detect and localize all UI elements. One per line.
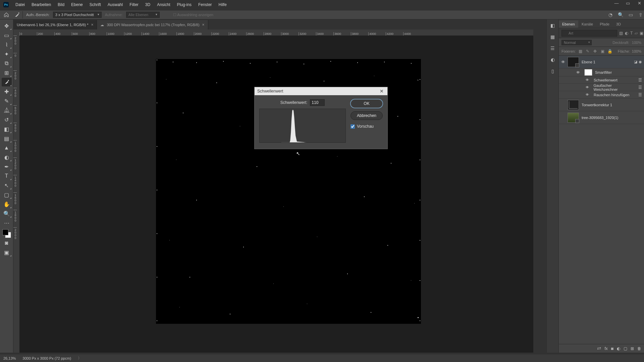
blur-tool[interactable]: ▲ bbox=[2, 143, 12, 152]
crop-tool[interactable]: ⧉ bbox=[2, 59, 12, 68]
horizontal-ruler[interactable]: 0200400600800100012001400160018002000220… bbox=[19, 29, 533, 36]
frame-tool[interactable]: ⊞ bbox=[2, 68, 12, 77]
menu-window[interactable]: Fenster bbox=[196, 2, 215, 8]
dodge-tool[interactable]: ◐ bbox=[2, 153, 12, 162]
zoom-level[interactable]: 26,13% bbox=[3, 356, 16, 360]
smartfilter-row[interactable]: 👁 Gaußscher Weichzeichner ☰ bbox=[559, 84, 644, 91]
gradient-tool[interactable]: ▤ bbox=[2, 134, 12, 143]
layer-row[interactable]: Tonwertkorrektur 1 bbox=[559, 99, 644, 111]
hand-tool[interactable]: ✋ bbox=[2, 200, 12, 208]
ok-button[interactable]: OK bbox=[351, 99, 383, 108]
menu-filter[interactable]: Filter bbox=[127, 2, 141, 8]
dialog-close-icon[interactable]: ✕ bbox=[379, 88, 385, 94]
filter-pixel-icon[interactable]: ▧ bbox=[619, 31, 623, 36]
layer-row[interactable]: tree-3095683_1920(1) bbox=[559, 111, 644, 124]
lock-all-icon[interactable]: 🔒 bbox=[607, 49, 612, 54]
search-icon[interactable]: 🔍 bbox=[617, 11, 624, 18]
vertical-ruler[interactable]: 2000200400600800100012001400160018002000 bbox=[13, 36, 19, 353]
tab-close-icon[interactable]: × bbox=[202, 22, 205, 27]
histogram[interactable] bbox=[259, 109, 346, 143]
lock-move-icon[interactable]: ✥ bbox=[592, 49, 598, 54]
canvas-area[interactable]: 0200400600800100012001400160018002000220… bbox=[13, 29, 533, 353]
visibility-toggle-icon[interactable]: 👁 bbox=[586, 93, 591, 97]
healing-tool[interactable]: ✚ bbox=[2, 87, 12, 96]
eyedropper-tool[interactable] bbox=[2, 78, 12, 86]
smartfilter-header-row[interactable]: 👁 Smartfilter bbox=[559, 68, 644, 76]
eraser-tool[interactable]: ◧ bbox=[2, 125, 12, 133]
marquee-tool[interactable]: ▭ bbox=[2, 31, 12, 40]
menu-plugins[interactable]: Plug-ins bbox=[174, 2, 194, 8]
visibility-toggle-icon[interactable]: 👁 bbox=[559, 60, 568, 64]
tab-close-icon[interactable]: × bbox=[91, 22, 93, 27]
preview-checkbox-input[interactable] bbox=[351, 124, 355, 129]
screen-mode-icon[interactable]: ▣ bbox=[2, 248, 12, 257]
tab-paths[interactable]: Pfade bbox=[596, 20, 613, 28]
menu-file[interactable]: Datei bbox=[13, 2, 28, 8]
type-tool[interactable]: T bbox=[2, 172, 12, 180]
visibility-toggle-icon[interactable]: 👁 bbox=[576, 70, 582, 74]
menu-3d[interactable]: 3D bbox=[143, 2, 153, 8]
document-tab-inactive[interactable]: ☁ 300 DPI Wassertropfen.psdc bei 117% (T… bbox=[97, 20, 208, 29]
layer-row[interactable]: 👁 Ebene 1 ◪◉ bbox=[559, 56, 644, 68]
dock-adjustments-icon[interactable]: ◐ bbox=[549, 56, 557, 64]
layer-name[interactable]: Tonwertkorrektur 1 bbox=[582, 103, 642, 107]
status-info-menu-icon[interactable]: 〉 bbox=[78, 356, 82, 361]
window-maximize-icon[interactable]: ▭ bbox=[625, 1, 631, 6]
delete-layer-icon[interactable]: 🗑 bbox=[637, 346, 641, 351]
menu-view[interactable]: Ansicht bbox=[154, 2, 173, 8]
quick-select-tool[interactable]: ✦ bbox=[2, 50, 12, 58]
layer-thumbnail[interactable] bbox=[568, 100, 579, 110]
filter-mask-thumbnail[interactable] bbox=[584, 69, 592, 76]
tab-layers[interactable]: Ebenen bbox=[559, 20, 578, 28]
dialog-titlebar[interactable]: Schwellenwert ✕ bbox=[255, 87, 387, 95]
layer-name[interactable]: tree-3095683_1920(1) bbox=[582, 116, 642, 120]
path-select-tool[interactable]: ↖ bbox=[2, 181, 12, 190]
sample-size-select[interactable]: 3 x 3 Pixel Durchschnitt bbox=[53, 12, 102, 18]
menu-layer[interactable]: Ebene bbox=[68, 2, 86, 8]
lock-position-icon[interactable]: ✎ bbox=[585, 49, 590, 54]
brush-tool[interactable]: ✎ bbox=[2, 97, 12, 105]
menu-select[interactable]: Auswahl bbox=[105, 2, 125, 8]
dock-libraries-icon[interactable]: ▯ bbox=[549, 67, 557, 75]
filter-type-icon[interactable]: T bbox=[630, 31, 633, 36]
shape-tool[interactable]: ▢ bbox=[2, 190, 12, 199]
ruler-origin[interactable] bbox=[13, 29, 19, 36]
color-swatch[interactable] bbox=[2, 229, 11, 238]
filter-shape-icon[interactable]: ▱ bbox=[635, 31, 638, 36]
window-close-icon[interactable]: ✕ bbox=[636, 1, 643, 6]
lock-artboard-icon[interactable]: ▣ bbox=[600, 49, 605, 54]
threshold-input[interactable] bbox=[310, 99, 325, 106]
layer-thumbnail[interactable] bbox=[568, 113, 579, 123]
cancel-button[interactable]: Abbrechen bbox=[351, 111, 383, 120]
smartfilter-row[interactable]: 👁 Rauschen hinzufügen ☰ bbox=[559, 91, 644, 99]
history-brush-tool[interactable]: ↺ bbox=[2, 115, 12, 124]
dock-color-icon[interactable]: ◧ bbox=[549, 21, 557, 29]
quick-mask-icon[interactable]: ◙ bbox=[2, 239, 12, 247]
window-minimize-icon[interactable]: — bbox=[613, 1, 620, 6]
tab-3d[interactable]: 3D bbox=[613, 20, 624, 28]
visibility-toggle-icon[interactable]: 👁 bbox=[586, 85, 591, 89]
layer-filter-input[interactable] bbox=[561, 30, 617, 37]
menu-type[interactable]: Schrift bbox=[87, 2, 104, 8]
move-tool[interactable]: ✥ bbox=[2, 21, 12, 30]
workspace-icon[interactable]: ▭ bbox=[627, 11, 634, 18]
lasso-tool[interactable]: ⌇ bbox=[2, 40, 12, 49]
filter-options-icon[interactable]: ☰ bbox=[638, 78, 644, 82]
adjustment-layer-icon[interactable]: ◐ bbox=[617, 346, 620, 351]
group-icon[interactable]: ▢ bbox=[624, 346, 627, 351]
new-layer-icon[interactable]: ⊞ bbox=[631, 346, 634, 351]
pen-tool[interactable]: ✒ bbox=[2, 162, 12, 171]
preview-checkbox[interactable]: Vorschau bbox=[351, 124, 383, 129]
eyedropper-tool-icon[interactable] bbox=[13, 11, 23, 18]
home-icon[interactable] bbox=[3, 11, 10, 18]
dock-properties-icon[interactable]: ☰ bbox=[549, 44, 557, 52]
layer-mask-icon[interactable]: ◙ bbox=[611, 346, 613, 351]
menu-edit[interactable]: Bearbeiten bbox=[29, 2, 54, 8]
share-icon[interactable]: ⇪ bbox=[637, 11, 644, 18]
link-layers-icon[interactable]: ⮂ bbox=[597, 346, 601, 351]
stamp-tool[interactable]: ⏅ bbox=[2, 106, 12, 115]
filter-options-icon[interactable]: ☰ bbox=[638, 85, 644, 90]
layer-style-icon[interactable]: fx bbox=[604, 346, 607, 351]
filter-adjust-icon[interactable]: ◐ bbox=[625, 31, 628, 36]
filter-smart-icon[interactable]: ▣ bbox=[640, 31, 643, 36]
